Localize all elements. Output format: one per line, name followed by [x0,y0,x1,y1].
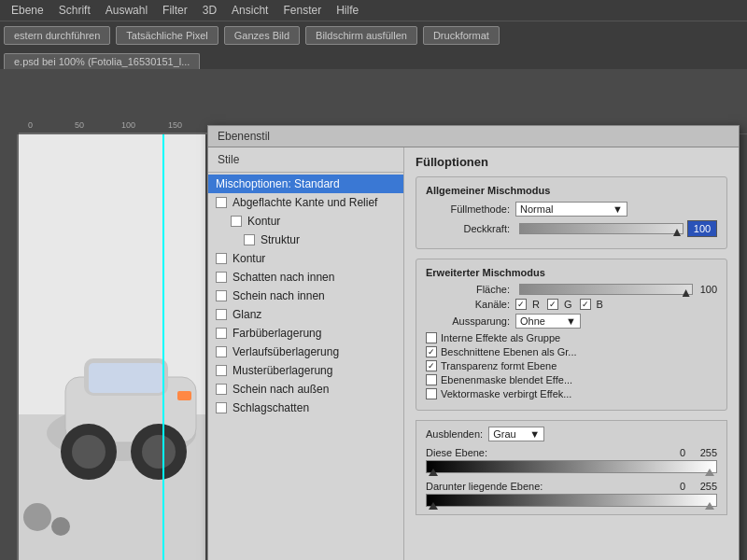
darunter-slider[interactable] [426,494,717,507]
ruler-vertical [0,134,19,560]
style-checkbox[interactable] [244,234,255,245]
ausblenden-section: Ausblenden: Grau ▼ Diese Ebene: 0 255 [416,420,727,515]
check2-row: Beschnittene Ebenen als Gr... [426,346,717,357]
style-item-schein-innen[interactable]: Schein nach innen [208,287,403,305]
checkbox-ebenenmaske[interactable] [426,374,437,385]
checkbox-transparenz[interactable] [426,360,437,371]
allgemeiner-section: Allgemeiner Mischmodus Füllmethode: Norm… [416,176,727,249]
svg-point-12 [72,435,106,469]
ausblenden-dropdown[interactable]: Grau ▼ [488,427,544,441]
flache-row: Fläche: 100 [426,284,717,295]
checkbox-r[interactable] [515,299,527,310]
diese-ebene-slider[interactable] [426,460,717,473]
style-item-abgeflachte[interactable]: Abgeflachte Kante und Relief [208,193,403,212]
menu-filter[interactable]: Filter [155,2,195,19]
menu-auswahl[interactable]: Auswahl [98,2,155,19]
aussparung-value: Ohne [520,315,545,327]
checkbox-vektormaske[interactable] [426,388,437,399]
menu-3d[interactable]: 3D [195,2,224,19]
darunter-left: 0 [680,481,685,492]
checkbox-b[interactable] [580,299,591,310]
menu-ansicht[interactable]: Ansicht [224,2,275,19]
style-item-farbuberlagerung[interactable]: Farbüberlagerung [208,324,403,343]
diese-ebene-thumb-right[interactable] [705,469,714,476]
style-item-kontur[interactable]: Kontur [208,249,403,268]
style-label: Struktur [261,233,300,246]
btn-bildschirm[interactable]: Bildschirm ausfüllen [305,26,417,45]
flache-thumb[interactable] [683,289,690,297]
dialog-body: Stile Mischoptionen: Standard Abgeflacht… [208,147,739,560]
btn-ganzesbild[interactable]: Ganzes Bild [224,26,300,45]
style-checkbox[interactable] [216,290,227,301]
style-item-kontur-sub[interactable]: Kontur [208,212,403,231]
btn-tatsaechliche[interactable]: Tatsächliche Pixel [116,26,218,45]
aussparung-label: Aussparung: [426,315,510,327]
darunter-thumb-left[interactable] [429,502,438,510]
style-item-muster[interactable]: Musterüberlagerung [208,361,403,380]
style-checkbox[interactable] [216,365,227,376]
flache-slider[interactable] [519,284,693,295]
check1-row: Interne Effekte als Gruppe [426,332,717,343]
dropdown-arrow-icon: ▼ [609,203,623,215]
check3-row: Transparenz formt Ebene [426,360,717,371]
channel-r-label: R [532,299,540,310]
style-checkbox[interactable] [216,272,227,283]
style-checkbox[interactable] [216,346,227,357]
check2-label: Beschnittene Ebenen als Gr... [441,346,577,357]
styles-panel: Stile Mischoptionen: Standard Abgeflacht… [208,147,404,560]
svg-text:150: 150 [168,120,182,130]
checkbox-internal[interactable] [426,332,437,343]
style-checkbox[interactable] [216,402,227,413]
svg-text:100: 100 [121,120,135,130]
style-checkbox[interactable] [216,197,227,208]
style-item-schatten-innen[interactable]: Schatten nach innen [208,268,403,287]
check5-label: Vektormaske verbirgt Effek... [441,388,571,399]
deckkraft-row: Deckkraft: 100 [426,220,717,237]
menu-fenster[interactable]: Fenster [275,2,329,19]
deckkraft-thumb[interactable] [673,229,681,236]
diese-ebene-thumb-left[interactable] [429,469,438,476]
style-item-struktur[interactable]: Struktur [208,231,403,249]
style-label: Schlagschatten [233,401,309,414]
fill-options-title: Fülloptionen [416,155,727,169]
channel-g: G [547,299,572,310]
style-checkbox[interactable] [216,253,227,264]
style-checkbox[interactable] [216,328,227,339]
style-item-schlagschatten[interactable]: Schlagschatten [208,399,403,417]
deckkraft-value[interactable]: 100 [687,220,717,237]
darunter-label: Darunter liegende Ebene: [426,481,557,492]
canvas-tab[interactable]: e.psd bei 100% (Fotolia_16530151_l... [4,53,200,69]
style-label: Schein nach außen [233,383,329,396]
styles-header: Stile [208,147,403,173]
channel-row: R G B [515,299,603,310]
fullmethode-value: Normal [520,203,553,215]
menu-schrift[interactable]: Schrift [51,2,98,19]
checkbox-beschnittene[interactable] [426,346,437,357]
svg-point-14 [142,435,176,469]
style-item-schein-aussen[interactable]: Schein nach außen [208,380,403,399]
erweiterter-title: Erweiterter Mischmodus [426,267,717,278]
style-label: Kontur [247,215,280,228]
svg-rect-16 [177,391,191,400]
style-item-verlaufs[interactable]: Verlaufsüberlagerung [208,343,403,361]
styles-list[interactable]: Mischoptionen: Standard Abgeflachte Kant… [208,173,403,560]
btn-estern[interactable]: estern durchführen [4,26,110,45]
fullmethode-dropdown[interactable]: Normal ▼ [515,202,627,217]
menu-hilfe[interactable]: Hilfe [329,2,366,19]
options-panel: Fülloptionen Allgemeiner Mischmodus Füll… [404,147,739,560]
style-checkbox[interactable] [231,216,242,227]
kanale-label: Kanäle: [426,299,510,310]
deckkraft-slider[interactable] [519,223,684,234]
toolbar: estern durchführen Tatsächliche Pixel Ga… [0,21,747,49]
check3-label: Transparenz formt Ebene [441,360,557,371]
style-item-glanz[interactable]: Glanz [208,305,403,324]
darunter-thumb-right[interactable] [705,502,714,510]
btn-druckformat[interactable]: Druckformat [423,26,500,45]
style-checkbox[interactable] [216,309,227,320]
aussparung-dropdown[interactable]: Ohne ▼ [515,314,581,329]
menu-ebene[interactable]: Ebene [4,2,51,19]
style-checkbox[interactable] [216,384,227,395]
style-item-mischoptionen[interactable]: Mischoptionen: Standard [208,175,403,193]
diese-ebene-right: 255 [689,447,717,458]
checkbox-g[interactable] [547,299,558,310]
